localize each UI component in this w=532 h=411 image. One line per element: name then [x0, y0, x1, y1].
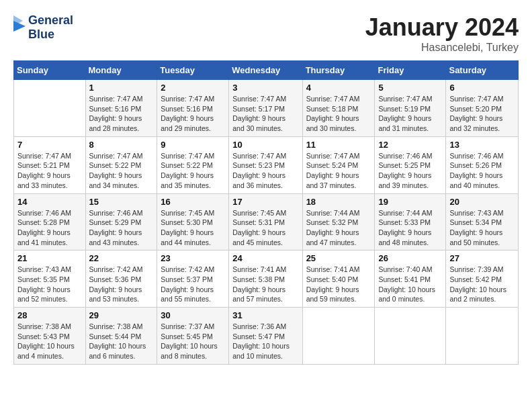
calendar-cell: 11 Sunrise: 7:47 AM Sunset: 5:24 PM Dayl…	[302, 136, 375, 193]
day-info: Sunrise: 7:41 AM Sunset: 5:38 PM Dayligh…	[232, 265, 298, 304]
logo-arrow-icon	[13, 14, 26, 41]
sunrise-text: Sunrise: 7:42 AM	[161, 265, 225, 275]
calendar-week-row: 21 Sunrise: 7:43 AM Sunset: 5:35 PM Dayl…	[14, 250, 519, 308]
sunrise-text: Sunrise: 7:46 AM	[378, 151, 442, 161]
sunset-text: Sunset: 5:47 PM	[232, 332, 298, 342]
sunrise-text: Sunrise: 7:47 AM	[232, 94, 298, 104]
calendar-cell: 12 Sunrise: 7:46 AM Sunset: 5:25 PM Dayl…	[375, 136, 446, 193]
day-info: Sunrise: 7:47 AM Sunset: 5:16 PM Dayligh…	[89, 94, 154, 134]
day-info: Sunrise: 7:47 AM Sunset: 5:19 PM Dayligh…	[378, 94, 442, 134]
day-info: Sunrise: 7:36 AM Sunset: 5:47 PM Dayligh…	[232, 322, 298, 361]
calendar-cell: 17 Sunrise: 7:45 AM Sunset: 5:31 PM Dayl…	[229, 193, 302, 250]
calendar-cell: 7 Sunrise: 7:47 AM Sunset: 5:21 PM Dayli…	[14, 136, 86, 193]
daylight-text: Daylight: 9 hours and 40 minutes.	[449, 171, 515, 190]
calendar-cell: 4 Sunrise: 7:47 AM Sunset: 5:18 PM Dayli…	[302, 80, 375, 137]
calendar-cell: 13 Sunrise: 7:46 AM Sunset: 5:26 PM Dayl…	[446, 136, 519, 193]
day-info: Sunrise: 7:46 AM Sunset: 5:26 PM Dayligh…	[449, 151, 515, 191]
day-number: 2	[161, 83, 225, 93]
sunrise-text: Sunrise: 7:38 AM	[89, 322, 154, 332]
daylight-text: Daylight: 9 hours and 35 minutes.	[161, 171, 225, 190]
daylight-text: Daylight: 9 hours and 32 minutes.	[449, 113, 515, 133]
sunrise-text: Sunrise: 7:46 AM	[17, 208, 82, 218]
sunrise-text: Sunrise: 7:47 AM	[306, 94, 371, 104]
sunset-text: Sunset: 5:33 PM	[378, 218, 442, 228]
calendar-cell	[302, 308, 375, 365]
daylight-text: Daylight: 9 hours and 28 minutes.	[89, 113, 154, 133]
day-info: Sunrise: 7:47 AM Sunset: 5:20 PM Dayligh…	[449, 94, 515, 134]
day-info: Sunrise: 7:46 AM Sunset: 5:25 PM Dayligh…	[378, 151, 442, 191]
sunset-text: Sunset: 5:45 PM	[161, 332, 225, 342]
logo-text-line2: Blue	[28, 28, 73, 42]
title-block: January 2024 Hasancelebi, Turkey	[365, 13, 519, 54]
weekday-header-sunday: Sunday	[14, 61, 86, 80]
calendar-cell	[14, 80, 86, 137]
day-number: 8	[89, 140, 154, 150]
sunset-text: Sunset: 5:36 PM	[89, 275, 154, 285]
day-number: 30	[161, 310, 225, 320]
day-number: 16	[161, 197, 225, 207]
day-number: 3	[232, 83, 298, 93]
day-number: 14	[17, 197, 82, 207]
sunrise-text: Sunrise: 7:45 AM	[161, 208, 225, 218]
day-info: Sunrise: 7:42 AM Sunset: 5:36 PM Dayligh…	[89, 265, 154, 304]
location-title: Hasancelebi, Turkey	[365, 42, 519, 54]
calendar-cell: 10 Sunrise: 7:47 AM Sunset: 5:23 PM Dayl…	[229, 136, 302, 193]
sunrise-text: Sunrise: 7:47 AM	[161, 151, 225, 161]
calendar-cell: 18 Sunrise: 7:44 AM Sunset: 5:32 PM Dayl…	[302, 193, 375, 250]
calendar-week-row: 28 Sunrise: 7:38 AM Sunset: 5:43 PM Dayl…	[14, 308, 519, 365]
day-info: Sunrise: 7:40 AM Sunset: 5:41 PM Dayligh…	[378, 265, 442, 304]
calendar-cell: 1 Sunrise: 7:47 AM Sunset: 5:16 PM Dayli…	[85, 80, 157, 137]
sunrise-text: Sunrise: 7:47 AM	[306, 151, 371, 161]
weekday-header-row: SundayMondayTuesdayWednesdayThursdayFrid…	[14, 61, 519, 80]
sunrise-text: Sunrise: 7:46 AM	[89, 208, 154, 218]
day-number: 26	[378, 253, 442, 263]
sunset-text: Sunset: 5:38 PM	[232, 275, 298, 285]
weekday-header-tuesday: Tuesday	[157, 61, 229, 80]
calendar-week-row: 14 Sunrise: 7:46 AM Sunset: 5:28 PM Dayl…	[14, 193, 519, 250]
calendar-cell	[446, 308, 519, 365]
calendar-cell: 22 Sunrise: 7:42 AM Sunset: 5:36 PM Dayl…	[85, 250, 157, 308]
logo: General Blue	[13, 13, 73, 41]
sunrise-text: Sunrise: 7:41 AM	[232, 265, 298, 275]
calendar-cell: 3 Sunrise: 7:47 AM Sunset: 5:17 PM Dayli…	[229, 80, 302, 137]
logo: General Blue	[13, 13, 73, 41]
sunrise-text: Sunrise: 7:46 AM	[449, 151, 515, 161]
daylight-text: Daylight: 9 hours and 55 minutes.	[161, 285, 225, 304]
daylight-text: Daylight: 9 hours and 48 minutes.	[378, 228, 442, 247]
calendar-week-row: 1 Sunrise: 7:47 AM Sunset: 5:16 PM Dayli…	[14, 80, 519, 137]
day-info: Sunrise: 7:38 AM Sunset: 5:43 PM Dayligh…	[17, 322, 82, 361]
calendar-cell: 21 Sunrise: 7:43 AM Sunset: 5:35 PM Dayl…	[14, 250, 86, 308]
day-number: 1	[89, 83, 154, 93]
weekday-header-thursday: Thursday	[302, 61, 375, 80]
calendar-cell	[375, 308, 446, 365]
calendar-cell: 14 Sunrise: 7:46 AM Sunset: 5:28 PM Dayl…	[14, 193, 86, 250]
calendar-cell: 16 Sunrise: 7:45 AM Sunset: 5:30 PM Dayl…	[157, 193, 229, 250]
calendar-cell: 26 Sunrise: 7:40 AM Sunset: 5:41 PM Dayl…	[375, 250, 446, 308]
day-number: 25	[306, 253, 371, 263]
daylight-text: Daylight: 10 hours and 2 minutes.	[449, 285, 515, 304]
calendar-cell: 9 Sunrise: 7:47 AM Sunset: 5:22 PM Dayli…	[157, 136, 229, 193]
day-number: 22	[89, 253, 154, 263]
sunset-text: Sunset: 5:21 PM	[17, 161, 82, 171]
daylight-text: Daylight: 9 hours and 47 minutes.	[306, 228, 371, 247]
day-info: Sunrise: 7:39 AM Sunset: 5:42 PM Dayligh…	[449, 265, 515, 304]
day-info: Sunrise: 7:47 AM Sunset: 5:22 PM Dayligh…	[89, 151, 154, 191]
calendar-cell: 19 Sunrise: 7:44 AM Sunset: 5:33 PM Dayl…	[375, 193, 446, 250]
day-number: 10	[232, 140, 298, 150]
weekday-header-monday: Monday	[85, 61, 157, 80]
daylight-text: Daylight: 9 hours and 41 minutes.	[17, 228, 82, 247]
day-number: 13	[449, 140, 515, 150]
sunrise-text: Sunrise: 7:47 AM	[17, 151, 82, 161]
calendar-cell: 2 Sunrise: 7:47 AM Sunset: 5:16 PM Dayli…	[157, 80, 229, 137]
daylight-text: Daylight: 9 hours and 30 minutes.	[306, 113, 371, 133]
sunrise-text: Sunrise: 7:47 AM	[449, 94, 515, 104]
sunrise-text: Sunrise: 7:39 AM	[449, 265, 515, 275]
sunset-text: Sunset: 5:30 PM	[161, 218, 225, 228]
day-info: Sunrise: 7:42 AM Sunset: 5:37 PM Dayligh…	[161, 265, 225, 304]
sunrise-text: Sunrise: 7:47 AM	[89, 94, 154, 104]
day-number: 24	[232, 253, 298, 263]
sunrise-text: Sunrise: 7:43 AM	[17, 265, 82, 275]
sunset-text: Sunset: 5:29 PM	[89, 218, 154, 228]
sunset-text: Sunset: 5:24 PM	[306, 161, 371, 171]
day-info: Sunrise: 7:47 AM Sunset: 5:18 PM Dayligh…	[306, 94, 371, 134]
